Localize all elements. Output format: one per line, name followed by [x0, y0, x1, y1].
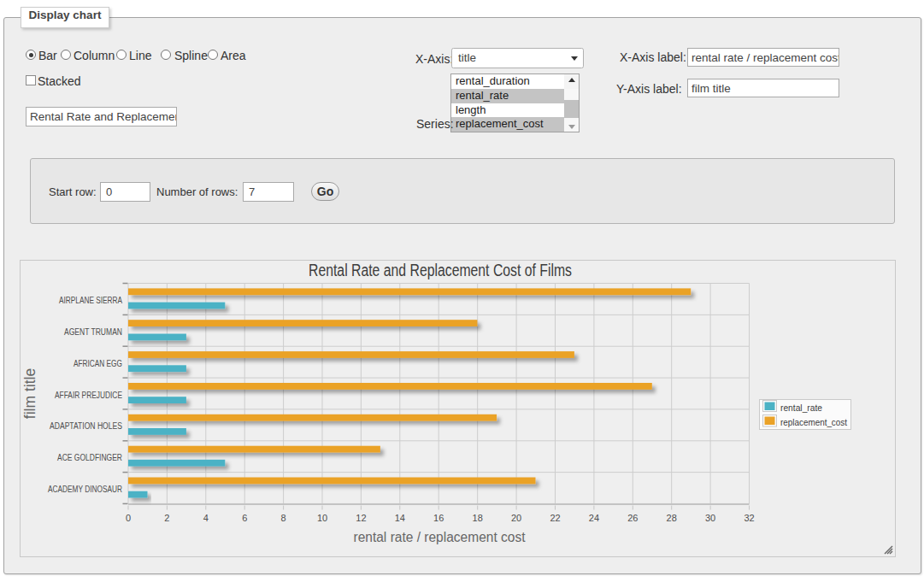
svg-text:18: 18: [473, 513, 483, 523]
svg-text:AFFAIR PREJUDICE: AFFAIR PREJUDICE: [55, 391, 122, 400]
svg-text:32: 32: [744, 513, 754, 523]
svg-text:14: 14: [395, 513, 405, 523]
svg-text:24: 24: [589, 513, 599, 523]
svg-text:replacement_cost: replacement_cost: [780, 417, 847, 427]
svg-text:rental_rate: rental_rate: [780, 403, 822, 413]
svg-text:26: 26: [627, 513, 638, 523]
svg-text:Rental Rate and Replacement Co: Rental Rate and Replacement Cost of Film…: [309, 261, 572, 279]
svg-text:20: 20: [511, 513, 521, 523]
svg-text:AIRPLANE SIERRA: AIRPLANE SIERRA: [59, 296, 122, 305]
svg-text:ACE GOLDFINGER: ACE GOLDFINGER: [57, 453, 122, 462]
svg-text:film title: film title: [21, 368, 38, 419]
svg-text:6: 6: [242, 513, 247, 523]
svg-text:ADAPTATION HOLES: ADAPTATION HOLES: [50, 421, 122, 431]
svg-text:0: 0: [126, 513, 131, 523]
svg-text:30: 30: [705, 513, 715, 523]
svg-text:rental rate / replacement cost: rental rate / replacement cost: [354, 530, 527, 544]
svg-text:10: 10: [317, 513, 327, 523]
svg-text:2: 2: [164, 513, 169, 523]
svg-text:22: 22: [550, 513, 560, 523]
svg-text:ACADEMY DINOSAUR: ACADEMY DINOSAUR: [48, 485, 122, 494]
svg-text:28: 28: [667, 513, 677, 523]
svg-text:AFRICAN EGG: AFRICAN EGG: [74, 359, 122, 368]
svg-text:4: 4: [203, 513, 209, 523]
svg-text:12: 12: [356, 513, 366, 523]
svg-text:8: 8: [281, 513, 286, 523]
svg-text:16: 16: [433, 513, 444, 523]
svg-text:AGENT TRUMAN: AGENT TRUMAN: [64, 327, 122, 337]
